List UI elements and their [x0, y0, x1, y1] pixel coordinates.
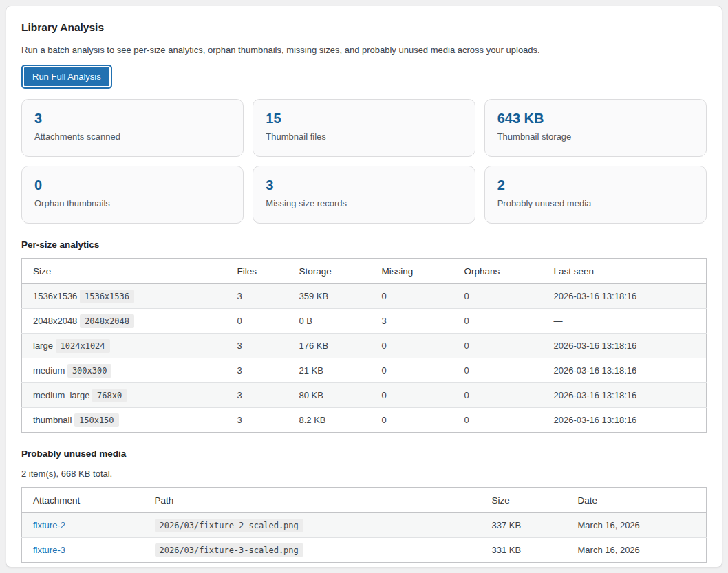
per-size-table-row: large 1024x1024 3 176 KB 0 0 2026-03-16 … — [22, 334, 707, 358]
stat-label: Thumbnail files — [266, 131, 462, 142]
storage-cell: 359 KB — [288, 284, 371, 309]
size-cell: thumbnail 150x150 — [22, 408, 226, 433]
stat-value: 15 — [266, 110, 462, 127]
last-seen-cell: 2026-03-16 13:18:16 — [543, 408, 707, 433]
missing-cell: 0 — [371, 334, 453, 358]
storage-cell: 0 B — [288, 309, 371, 334]
missing-cell: 0 — [371, 408, 453, 433]
files-cell: 3 — [226, 284, 288, 309]
attachment-cell: fixture-2 — [22, 513, 144, 538]
stat-card: 643 KB Thumbnail storage — [484, 99, 707, 157]
stat-value: 3 — [266, 177, 462, 193]
stat-card: 3 Missing size records — [253, 166, 475, 224]
size-name: medium_large — [33, 390, 89, 400]
files-cell: 3 — [226, 358, 288, 383]
size-name: thumbnail — [33, 415, 72, 425]
unused-media-table: Attachment Path Size Date fixture-2 2026… — [21, 487, 707, 563]
library-analysis-panel: Library Analysis Run a batch analysis to… — [6, 6, 722, 567]
attachment-link[interactable]: fixture-2 — [33, 520, 65, 530]
unused-media-table-row: fixture-2 2026/03/fixture-2-scaled.png 3… — [22, 513, 707, 538]
orphans-cell: 0 — [453, 383, 543, 408]
stat-card: 2 Probably unused media — [484, 166, 707, 224]
size-cell: 2048x2048 2048x2048 — [22, 309, 226, 334]
path-badge: 2026/03/fixture-2-scaled.png — [155, 519, 303, 532]
missing-cell: 0 — [371, 358, 453, 383]
per-size-table-row: 1536x1536 1536x1536 3 359 KB 0 0 2026-03… — [22, 284, 707, 309]
column-header-date: Date — [567, 488, 707, 513]
stat-label: Attachments scanned — [34, 131, 231, 142]
size-cell: medium 300x300 — [22, 358, 226, 383]
stat-label: Missing size records — [266, 198, 462, 208]
per-size-table: Size Files Storage Missing Orphans Last … — [21, 258, 707, 433]
per-size-table-row: medium_large 768x0 3 80 KB 0 0 2026-03-1… — [22, 383, 707, 408]
per-size-header-row: Size Files Storage Missing Orphans Last … — [22, 259, 707, 284]
stat-value: 2 — [497, 177, 694, 193]
stat-label: Orphan thumbnails — [34, 198, 231, 208]
page-title: Library Analysis — [21, 21, 707, 34]
stat-value: 643 KB — [497, 110, 694, 127]
last-seen-cell: 2026-03-16 13:18:16 — [543, 383, 707, 408]
files-cell: 0 — [226, 309, 288, 334]
stat-value: 0 — [34, 177, 231, 193]
size-cell: 331 KB — [481, 538, 567, 563]
stat-card: 0 Orphan thumbnails — [21, 166, 244, 224]
size-dimensions-badge: 1024x1024 — [56, 339, 110, 353]
per-size-table-row: 2048x2048 2048x2048 0 0 B 3 0 — — [22, 309, 707, 334]
path-badge: 2026/03/fixture-3-scaled.png — [155, 543, 303, 557]
orphans-cell: 0 — [453, 408, 543, 433]
path-cell: 2026/03/fixture-2-scaled.png — [144, 513, 481, 538]
missing-cell: 0 — [371, 284, 453, 309]
column-header-missing: Missing — [371, 259, 453, 284]
size-cell: large 1024x1024 — [22, 334, 226, 358]
storage-cell: 80 KB — [288, 383, 371, 408]
stats-grid: 3 Attachments scanned 15 Thumbnail files… — [21, 99, 707, 224]
files-cell: 3 — [226, 334, 288, 358]
size-dimensions-badge: 768x0 — [92, 389, 127, 402]
stat-card: 15 Thumbnail files — [253, 99, 475, 157]
last-seen-cell: 2026-03-16 13:18:16 — [543, 284, 707, 309]
orphans-cell: 0 — [453, 309, 543, 334]
size-dimensions-badge: 150x150 — [74, 413, 119, 427]
size-name: large — [33, 340, 53, 351]
size-dimensions-badge: 1536x1536 — [80, 290, 134, 303]
size-name: 1536x1536 — [33, 291, 77, 301]
column-header-attachment: Attachment — [22, 488, 144, 513]
column-header-last-seen: Last seen — [543, 259, 707, 284]
column-header-files: Files — [226, 259, 288, 284]
column-header-path: Path — [144, 488, 481, 513]
files-cell: 3 — [226, 383, 288, 408]
size-name: 2048x2048 — [33, 316, 77, 326]
size-dimensions-badge: 2048x2048 — [80, 314, 134, 328]
unused-media-summary: 2 item(s), 668 KB total. — [21, 468, 707, 479]
orphans-cell: 0 — [453, 284, 543, 309]
column-header-storage: Storage — [288, 259, 371, 284]
size-name: medium — [33, 365, 65, 376]
orphans-cell: 0 — [453, 334, 543, 358]
storage-cell: 176 KB — [288, 334, 371, 358]
missing-cell: 0 — [371, 383, 453, 408]
missing-cell: 3 — [371, 309, 453, 334]
column-header-size: Size — [481, 488, 567, 513]
per-size-heading: Per-size analytics — [21, 239, 707, 250]
last-seen-cell: — — [543, 309, 707, 334]
run-full-analysis-button[interactable]: Run Full Analysis — [21, 65, 112, 89]
date-cell: March 16, 2026 — [567, 513, 707, 538]
last-seen-cell: 2026-03-16 13:18:16 — [543, 334, 707, 358]
size-cell: medium_large 768x0 — [22, 383, 226, 408]
attachment-cell: fixture-3 — [22, 538, 144, 563]
stat-label: Thumbnail storage — [497, 131, 694, 142]
stat-value: 3 — [34, 110, 231, 127]
path-cell: 2026/03/fixture-3-scaled.png — [144, 538, 481, 563]
stat-card: 3 Attachments scanned — [21, 99, 244, 157]
unused-media-heading: Probably unused media — [21, 448, 707, 459]
storage-cell: 21 KB — [288, 358, 371, 383]
size-cell: 1536x1536 1536x1536 — [22, 284, 226, 309]
page-description: Run a batch analysis to see per-size ana… — [21, 45, 707, 55]
storage-cell: 8.2 KB — [288, 408, 371, 433]
column-header-size: Size — [22, 259, 226, 284]
size-cell: 337 KB — [481, 513, 567, 538]
date-cell: March 16, 2026 — [567, 538, 707, 563]
files-cell: 3 — [226, 408, 288, 433]
attachment-link[interactable]: fixture-3 — [33, 545, 65, 555]
unused-media-header-row: Attachment Path Size Date — [22, 488, 707, 513]
